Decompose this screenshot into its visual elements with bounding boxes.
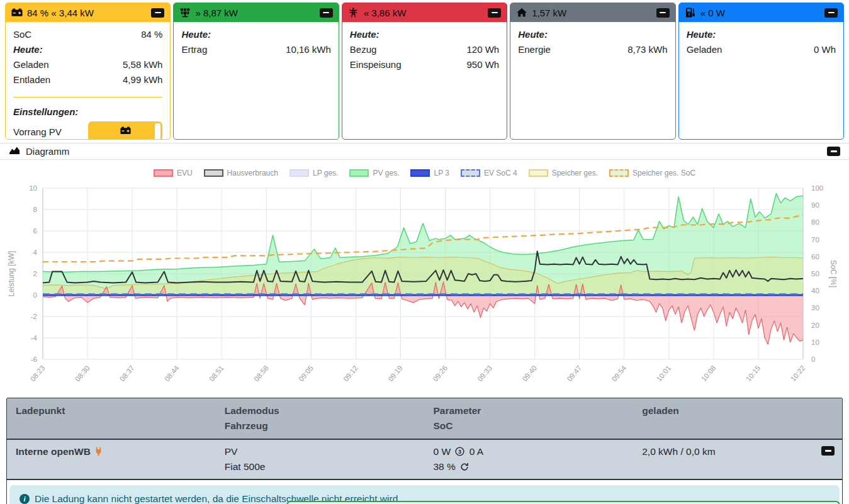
charged-amount: 2,0 kWh / 0,0 km (642, 446, 715, 457)
power-tick-label: 8 (33, 206, 37, 213)
x-tick-label: 09:05 (297, 364, 315, 383)
chargepoint-card-header: « 0 W (679, 3, 843, 22)
grid-collapse-button[interactable] (488, 8, 501, 18)
charging-station-icon (685, 8, 696, 18)
pv-collapse-button[interactable] (320, 8, 333, 18)
battery-soc-row: SoC 84 % (13, 27, 162, 42)
house-collapse-button[interactable] (656, 8, 670, 18)
house-card-header: 1,57 kW (510, 3, 675, 22)
battery-card: 84 % « 3,44 kW SoC 84 % Heute: Geladen 5… (5, 3, 171, 140)
legend-item[interactable]: LP 3 (410, 169, 449, 177)
x-tick-label: 10:01 (655, 364, 673, 383)
battery-discharged-label: Entladen (13, 72, 50, 87)
chargepoint-charged-value: 0 Wh (814, 42, 836, 57)
house-card: 1,57 kW Heute: Energie 8,73 kWh (510, 3, 675, 140)
right-axis-title: SoC [%] (829, 260, 838, 288)
chargepoint-charged-cell: 2,0 kWh / 0,0 km (633, 444, 842, 474)
house-header-text: 1,57 kW (532, 8, 651, 18)
pv-yield-value: 10,16 kWh (286, 42, 331, 57)
x-tick-label: 08:30 (74, 364, 91, 383)
chargepoint-name: Interne openWB (16, 446, 91, 457)
legend-swatch (204, 169, 223, 177)
info-icon: i (20, 494, 30, 504)
battery-divider (13, 97, 162, 98)
grid-card: « 3,86 kW Heute: Bezug 120 Wh Einspeisun… (342, 3, 507, 140)
table-header-ladepunkt: Ladepunkt (7, 403, 216, 434)
battery-vorrang-label: Vorrang PV (13, 126, 62, 137)
grid-export-value: 950 Wh (467, 57, 500, 72)
chart-area-icon (9, 146, 20, 157)
vorrang-pv-toggle[interactable] (88, 121, 162, 140)
house-energy-value: 8,73 kWh (627, 42, 667, 57)
battery-charged-value: 5,58 kWh (123, 57, 162, 72)
power-tick-label: -6 (31, 356, 37, 363)
legend-item[interactable]: LP ges. (290, 169, 338, 177)
battery-soc-value: 84 % (141, 27, 162, 42)
vehicle-name: Fiat 500e (225, 459, 420, 474)
three-phase-icon: 3 (455, 447, 464, 456)
x-tick-label: 10:08 (700, 364, 717, 383)
chargepoint-charged-row: Geladen 0 Wh (687, 42, 836, 57)
pv-card-header: » 8,87 kW (174, 3, 338, 22)
legend-swatch (609, 169, 629, 177)
chargemode-panel-top-edge[interactable] (286, 501, 840, 504)
power-tick-label: 6 (33, 227, 37, 235)
chart-legend: EVUHausverbrauchLP ges.PV ges.LP 3EV SoC… (3, 169, 846, 177)
toggle-knob (155, 123, 160, 140)
x-tick-label: 09:12 (342, 364, 359, 383)
legend-label: EV SoC 4 (484, 169, 517, 177)
battery-header-text: 84 % « 3,44 kW (27, 8, 147, 18)
minus-icon (831, 150, 837, 152)
x-tick-label: 09:19 (386, 364, 404, 383)
minus-icon (660, 12, 666, 13)
table-header-parameter: ParameterSoC (425, 403, 634, 434)
legend-swatch (461, 169, 480, 177)
refresh-icon[interactable] (460, 462, 469, 471)
row-collapse-button[interactable] (821, 446, 835, 456)
svg-text:3: 3 (458, 449, 461, 455)
legend-item[interactable]: EVU (154, 169, 193, 177)
x-tick-label: 10:22 (789, 364, 807, 383)
legend-item[interactable]: Speicher ges. (529, 169, 598, 177)
legend-item[interactable]: EV SoC 4 (461, 169, 517, 177)
x-tick-label: 09:40 (520, 364, 538, 383)
battery-discharged-value: 4,99 kWh (123, 72, 162, 87)
pv-card-body: Heute: Ertrag 10,16 kWh (174, 22, 338, 64)
soc-tick-label: 60 (811, 253, 819, 260)
legend-item[interactable]: Speicher ges. SoC (609, 169, 695, 177)
grid-import-label: Bezug (350, 42, 377, 57)
power-tick-label: -2 (31, 313, 37, 320)
battery-card-header: 84 % « 3,44 kW (6, 3, 170, 22)
left-axis-title: Leistung [kW] (7, 251, 16, 297)
battery-charged-row: Geladen 5,58 kWh (13, 57, 162, 72)
diagram-collapse-button[interactable] (827, 147, 840, 156)
table-row-interne-openwb[interactable]: Interne openWB PV Fiat 500e 0 W 3 0 A 38… (7, 439, 842, 480)
grid-export-row: Einspeisung 950 Wh (350, 57, 499, 72)
battery-heute-label: Heute: (13, 42, 162, 57)
x-tick-label: 08:44 (163, 364, 181, 383)
legend-swatch (410, 169, 430, 177)
charge-amps: 0 A (469, 446, 483, 457)
battery-collapse-button[interactable] (151, 8, 164, 18)
legend-label: Hausverbrauch (227, 169, 278, 177)
house-energy-row: Energie 8,73 kWh (518, 42, 667, 57)
legend-label: EVU (177, 169, 193, 177)
power-tick-label: 4 (33, 249, 38, 256)
grid-heute-label: Heute: (350, 27, 499, 42)
x-tick-label: 08:58 (252, 364, 270, 383)
diagram-section-header: Diagramm (0, 143, 849, 160)
battery-soc-label: SoC (13, 27, 31, 42)
grid-import-value: 120 Wh (467, 42, 500, 57)
charge-mode: PV (225, 444, 420, 459)
minus-icon (492, 12, 498, 13)
legend-item[interactable]: Hausverbrauch (204, 169, 278, 177)
chargepoint-mode-cell: PV Fiat 500e (216, 444, 425, 474)
battery-discharged-row: Entladen 4,99 kWh (13, 72, 162, 87)
chargepoint-name-cell: Interne openWB (7, 444, 216, 474)
chargepoint-collapse-button[interactable] (824, 8, 838, 18)
minus-icon (828, 12, 835, 13)
grid-card-body: Heute: Bezug 120 Wh Einspeisung 950 Wh (342, 22, 507, 79)
chargepoint-charged-label: Geladen (687, 42, 722, 57)
legend-item[interactable]: PV ges. (349, 169, 399, 177)
table-header-row: Ladepunkt LademodusFahrzeug ParameterSoC… (7, 398, 842, 439)
